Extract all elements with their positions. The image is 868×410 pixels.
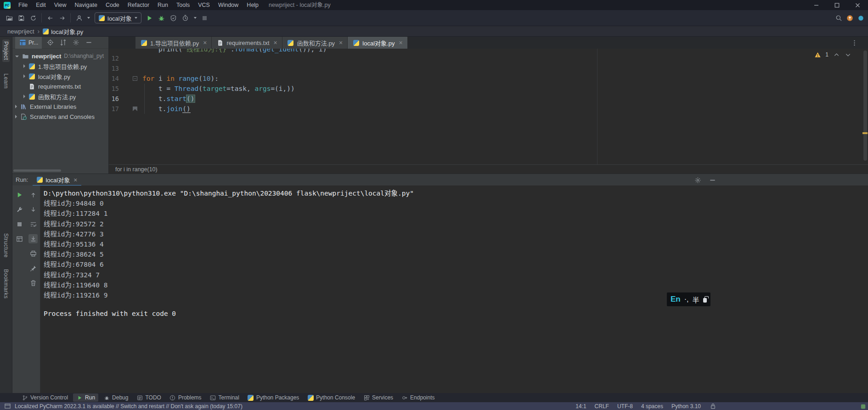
- inspection-widget[interactable]: 1: [814, 51, 851, 58]
- line-number[interactable]: 12: [109, 55, 119, 62]
- menu-vcs[interactable]: VCS: [194, 0, 214, 10]
- horizontal-scrollbar[interactable]: [13, 169, 61, 172]
- warning-stripe-mark[interactable]: [862, 132, 868, 134]
- search-icon[interactable]: [835, 14, 842, 22]
- tree-item-0[interactable]: newprijectD:\shanghai_pyt: [12, 51, 108, 61]
- chevron-right-icon[interactable]: [15, 105, 17, 108]
- editor-tab-2[interactable]: 函数和方法.py×: [282, 37, 348, 49]
- close-icon[interactable]: ×: [73, 176, 77, 184]
- minimize-button[interactable]: [806, 0, 827, 10]
- down-stacktrace-button[interactable]: [28, 205, 38, 214]
- update-notification-icon[interactable]: [846, 14, 853, 22]
- tree-item-1[interactable]: 1.导出项目依赖.py: [12, 61, 108, 71]
- toolwindow-python-packages[interactable]: Python Packages: [244, 393, 302, 402]
- menu-edit[interactable]: Edit: [32, 0, 50, 10]
- up-stacktrace-button[interactable]: [28, 190, 38, 199]
- menu-view[interactable]: View: [50, 0, 71, 10]
- run-console[interactable]: D:\python\python310\python310.exe "D:\sh…: [40, 185, 868, 393]
- menu-code[interactable]: Code: [101, 0, 124, 10]
- clear-all-button[interactable]: [28, 278, 38, 287]
- coverage-icon[interactable]: [170, 14, 177, 22]
- tree-item-5[interactable]: External Libraries: [12, 101, 108, 112]
- ime-punctuation-label[interactable]: ·,: [684, 295, 689, 303]
- scroll-to-end-button[interactable]: [28, 234, 38, 243]
- editor-breadcrumb[interactable]: for i in range(10): [109, 164, 868, 174]
- run-icon[interactable]: [146, 14, 153, 22]
- status-widget-python-3-10[interactable]: Python 3.10: [671, 403, 701, 410]
- hide-panel-icon[interactable]: [85, 39, 92, 46]
- restore-layout-button[interactable]: [15, 234, 24, 243]
- save-all-icon[interactable]: [17, 14, 25, 22]
- hide-panel-icon[interactable]: [709, 176, 716, 184]
- menu-tools[interactable]: Tools: [172, 0, 194, 10]
- corner-indicator-icon[interactable]: [859, 403, 867, 410]
- tree-item-6[interactable]: Scratches and Consoles: [12, 112, 108, 122]
- debug-icon[interactable]: [158, 14, 165, 22]
- editor-tab-0[interactable]: 1.导出项目依赖.py×: [135, 37, 212, 49]
- toolwindow-todo[interactable]: TODO: [133, 393, 164, 402]
- code-editor[interactable]: print("线程id为:{}".format(get_ident()), i)…: [109, 49, 868, 164]
- toolwindow-run[interactable]: Run: [73, 393, 98, 402]
- sidebar-item-bookmarks[interactable]: Bookmarks: [2, 267, 10, 301]
- gutter[interactable]: 17: [109, 105, 142, 112]
- sidebar-item-learn[interactable]: Learn: [2, 72, 10, 90]
- gutter[interactable]: 14: [109, 75, 142, 82]
- breadcrumb-project[interactable]: newpriject: [7, 28, 34, 35]
- status-link[interactable]: Switch and restart: [120, 403, 164, 410]
- gear-icon[interactable]: [694, 176, 701, 184]
- stop-icon[interactable]: [201, 14, 209, 22]
- print-button[interactable]: [28, 249, 38, 258]
- fold-end-icon[interactable]: [133, 107, 137, 111]
- run-config-select[interactable]: local对象: [95, 12, 141, 23]
- gutter[interactable]: 13: [109, 65, 142, 72]
- chevron-down-icon[interactable]: [15, 56, 19, 57]
- tree-item-2[interactable]: local对象.py: [12, 71, 108, 81]
- fold-start-icon[interactable]: [133, 76, 137, 81]
- next-warning-icon[interactable]: [844, 51, 851, 58]
- forward-icon[interactable]: [58, 14, 66, 22]
- tree-item-4[interactable]: 函数和方法.py: [12, 91, 108, 101]
- toolwindow-version-control[interactable]: Version Control: [18, 393, 71, 402]
- close-button[interactable]: [847, 0, 868, 10]
- chevron-right-icon[interactable]: [15, 115, 17, 118]
- prev-warning-icon[interactable]: [833, 51, 840, 58]
- ime-language-label[interactable]: En: [671, 295, 681, 304]
- expand-collapse-icon[interactable]: [59, 39, 67, 46]
- toolwindow-endpoints[interactable]: Endpoints: [398, 393, 438, 402]
- sidebar-item-project[interactable]: Project: [2, 39, 10, 62]
- sync-icon[interactable]: [29, 14, 37, 22]
- breadcrumb-file[interactable]: local对象.py: [51, 27, 83, 36]
- menu-navigate[interactable]: Navigate: [71, 0, 101, 10]
- toolwindow-services[interactable]: Services: [360, 393, 396, 402]
- editor-tab-1[interactable]: requirements.txt×: [212, 37, 282, 49]
- toolwindow-problems[interactable]: Problems: [166, 393, 205, 402]
- ime-width-label[interactable]: 半: [693, 295, 699, 304]
- chevron-right-icon[interactable]: [23, 95, 25, 98]
- tab-options-kebab-icon[interactable]: [851, 39, 858, 46]
- select-opened-file-icon[interactable]: [46, 39, 54, 46]
- open-folder-icon[interactable]: [6, 14, 13, 22]
- line-number[interactable]: 14: [109, 75, 119, 82]
- tab-close-icon[interactable]: ×: [274, 39, 277, 46]
- toolwindow-debug[interactable]: Debug: [100, 393, 131, 402]
- tree-item-3[interactable]: requirements.txt: [12, 81, 108, 91]
- toolwindow-switcher-icon[interactable]: [4, 403, 11, 410]
- line-number[interactable]: 17: [109, 105, 119, 112]
- maximize-button[interactable]: [827, 0, 847, 10]
- back-icon[interactable]: [46, 14, 54, 22]
- menu-refactor[interactable]: Refactor: [124, 0, 153, 10]
- line-number[interactable]: 13: [109, 65, 119, 72]
- status-widget-crlf[interactable]: CRLF: [595, 403, 609, 410]
- status-widget-utf-8[interactable]: UTF-8: [617, 403, 633, 410]
- toolwindow-terminal[interactable]: Terminal: [207, 393, 242, 402]
- menu-window[interactable]: Window: [214, 0, 242, 10]
- gutter[interactable]: 16: [109, 95, 142, 102]
- menu-help[interactable]: Help: [242, 0, 263, 10]
- status-widget-14-1[interactable]: 14:1: [575, 403, 586, 410]
- chevron-right-icon[interactable]: [23, 74, 25, 78]
- line-number[interactable]: 15: [109, 85, 119, 92]
- menu-run[interactable]: Run: [153, 0, 172, 10]
- toolbar-extra-icon[interactable]: [857, 14, 864, 22]
- gear-icon[interactable]: [72, 39, 79, 46]
- status-widget-4-spaces[interactable]: 4 spaces: [641, 403, 663, 410]
